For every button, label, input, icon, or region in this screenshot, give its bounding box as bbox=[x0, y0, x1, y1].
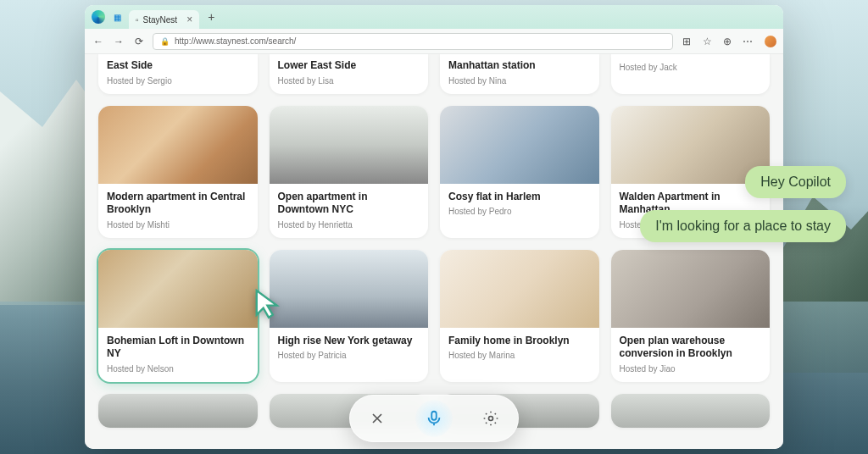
close-button[interactable] bbox=[360, 401, 394, 435]
new-tab-button[interactable]: + bbox=[208, 10, 214, 24]
listing-image bbox=[611, 250, 771, 328]
url-text: http://www.staynest.com/search/ bbox=[175, 36, 296, 46]
listing-card[interactable]: Open plan warehouse conversion in Brookl… bbox=[611, 250, 771, 382]
lock-icon: 🔒 bbox=[160, 37, 170, 46]
listing-host: Hosted by Sergio bbox=[107, 76, 249, 86]
listing-host: Hosted by Jack bbox=[620, 63, 762, 72]
listing-host: Hosted by Nina bbox=[448, 76, 591, 86]
back-icon[interactable]: ← bbox=[92, 35, 105, 48]
listing-host: Hosted by Nelson bbox=[107, 364, 249, 374]
refresh-icon[interactable]: ⟳ bbox=[132, 35, 146, 48]
listing-card[interactable]: Family home in Brooklyn Hosted by Marina bbox=[440, 250, 599, 382]
listing-card[interactable]: Modern apartment in Central Brooklyn Hos… bbox=[98, 106, 258, 238]
microphone-button[interactable] bbox=[415, 400, 453, 437]
listing-card[interactable] bbox=[611, 394, 771, 428]
listing-card[interactable] bbox=[98, 394, 258, 428]
extensions-icon[interactable]: ⊞ bbox=[680, 35, 693, 48]
listing-title: Lower East Side bbox=[278, 59, 420, 73]
listing-title: Cosy flat in Harlem bbox=[448, 191, 591, 204]
listing-card[interactable]: High rise New York getaway Hosted by Pat… bbox=[270, 250, 429, 382]
listing-title: High rise New York getaway bbox=[278, 335, 420, 348]
profile-avatar[interactable] bbox=[765, 36, 776, 47]
listing-image bbox=[98, 394, 258, 428]
listing-host: Hosted by Marina bbox=[448, 351, 591, 360]
titlebar: ▦ ▫ StayNest × + bbox=[85, 5, 783, 29]
forward-icon[interactable]: → bbox=[112, 35, 125, 48]
listing-image bbox=[440, 106, 599, 184]
listing-card[interactable]: Lower East Side Hosted by Lisa bbox=[270, 54, 429, 94]
listing-title: Manhattan station bbox=[448, 59, 591, 73]
listing-host: Hosted by Henrietta bbox=[278, 220, 420, 230]
copilot-bubble-greeting: Hey Copilot bbox=[745, 166, 846, 198]
listing-image bbox=[611, 106, 771, 184]
tab-title: StayNest bbox=[143, 15, 178, 25]
copilot-bubble-query: I'm looking for a place to stay bbox=[640, 210, 846, 242]
listing-title: Modern apartment in Central Brooklyn bbox=[107, 191, 249, 217]
browser-toolbar: ← → ⟳ 🔒 http://www.staynest.com/search/ … bbox=[85, 29, 783, 54]
workspaces-icon[interactable]: ▦ bbox=[110, 10, 124, 24]
copilot-voice-bar bbox=[349, 395, 519, 442]
listing-image bbox=[98, 106, 258, 184]
listing-image bbox=[611, 394, 771, 428]
listing-image bbox=[270, 250, 429, 328]
listing-title: Bohemian Loft in Downtown NY bbox=[107, 335, 249, 361]
listing-host: Hosted by Lisa bbox=[278, 76, 420, 86]
listing-title: Open plan warehouse conversion in Brookl… bbox=[620, 335, 762, 361]
settings-button[interactable] bbox=[474, 401, 508, 435]
svg-rect-0 bbox=[431, 412, 437, 420]
listing-host: Hosted by Pedro bbox=[448, 207, 591, 216]
listing-image bbox=[270, 106, 429, 184]
listing-host: Hosted by Patricia bbox=[278, 351, 420, 360]
favorites-icon[interactable]: ☆ bbox=[700, 35, 714, 48]
tab-close-icon[interactable]: × bbox=[186, 14, 192, 25]
listing-card-highlighted[interactable]: Bohemian Loft in Downtown NY Hosted by N… bbox=[98, 250, 258, 382]
listing-image bbox=[98, 250, 258, 328]
browser-tab[interactable]: ▫ StayNest × bbox=[129, 10, 199, 29]
collections-icon[interactable]: ⊕ bbox=[721, 35, 734, 48]
listing-title: Family home in Brooklyn bbox=[448, 335, 591, 348]
tab-favicon-icon: ▫ bbox=[136, 15, 139, 25]
listing-card[interactable]: Manhattan station Hosted by Nina bbox=[440, 54, 599, 94]
svg-point-1 bbox=[488, 417, 492, 421]
listing-card[interactable]: Open apartment in Downtown NYC Hosted by… bbox=[270, 106, 429, 238]
menu-icon[interactable]: ⋯ bbox=[741, 35, 754, 48]
listing-host: Hosted by Mishti bbox=[107, 220, 249, 230]
listing-card[interactable]: Hosted by Jack bbox=[611, 54, 771, 94]
listing-card[interactable]: East Side Hosted by Sergio bbox=[98, 54, 258, 94]
listing-host: Hosted by Jiao bbox=[620, 364, 762, 374]
listing-title: East Side bbox=[107, 59, 249, 73]
edge-logo-icon bbox=[92, 10, 105, 24]
listing-image bbox=[440, 250, 599, 328]
address-bar[interactable]: 🔒 http://www.staynest.com/search/ bbox=[153, 33, 673, 50]
page-content[interactable]: East Side Hosted by Sergio Lower East Si… bbox=[85, 54, 783, 449]
listing-title: Open apartment in Downtown NYC bbox=[278, 191, 420, 217]
listing-card[interactable]: Cosy flat in Harlem Hosted by Pedro bbox=[440, 106, 599, 238]
